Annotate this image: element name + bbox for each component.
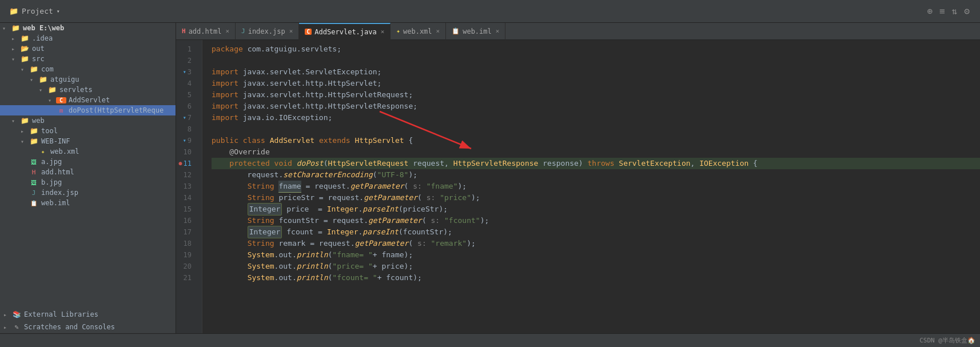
folder-icon: 📁 (10, 24, 21, 32)
sidebar-bottom: 📚 External Libraries ✎ Scratches and Con… (0, 308, 176, 333)
java-file-icon: C (56, 97, 66, 103)
jsp-icon: J (29, 189, 39, 197)
sidebar-item-addhtml[interactable]: H add.html (0, 167, 176, 177)
arrow-icon (30, 77, 38, 83)
sidebar-item-webxml-inner[interactable]: ✦ web.xml (0, 146, 176, 157)
tab-index-jsp[interactable]: J index.jsp × (236, 23, 299, 40)
folder-icon: 📁 (9, 7, 18, 15)
code-line-15: Integer price = Integer.parseInt(priceSt… (212, 204, 980, 215)
ln-11: ●11 (176, 158, 196, 169)
ln-4: 4 (176, 78, 196, 89)
code-line-14: String priceStr = request.getParameter( … (212, 192, 980, 204)
tab-addservlet-java[interactable]: C AddServlet.java × (299, 23, 391, 40)
code-editor[interactable]: 1 2 ▾3 4 5 6 ▾7 8 ▾9 10 (176, 40, 980, 333)
code-line-8 (212, 123, 980, 135)
code-line-21: System.out.println("fcount= "+ fcount); (212, 272, 980, 284)
sidebar-item-scratches[interactable]: ✎ Scratches and Consoles (0, 321, 176, 333)
img-icon: 🖼 (29, 180, 39, 186)
sort-icon[interactable]: ⇅ (952, 6, 958, 17)
sidebar-label-atguigu: atguigu (50, 75, 79, 83)
sidebar-item-ajpg[interactable]: 🖼 a.jpg (0, 157, 176, 167)
sidebar-item-web[interactable]: 📁 web E:\web (0, 23, 176, 33)
sidebar-label-bjpg: b.jpg (41, 178, 62, 186)
code-line-13: String fname = request.getParameter( s: … (212, 181, 980, 192)
sidebar-item-webinf[interactable]: 📁 WEB-INF (0, 136, 176, 146)
folder-icon: 📁 (19, 55, 30, 63)
sidebar-label-webiml: web.iml (41, 199, 70, 207)
sidebar-item-idea[interactable]: 📁 .idea (0, 33, 176, 43)
sidebar-item-atguigu[interactable]: 📁 atguigu (0, 74, 176, 85)
ln-12: 12 (176, 169, 196, 181)
tab-web-iml[interactable]: 📋 web.iml × (446, 23, 505, 40)
sidebar-item-addservlet[interactable]: C AddServlet (0, 95, 176, 105)
sidebar-label-external-libs: External Libraries (24, 310, 98, 318)
tab-close-web-xml[interactable]: × (436, 27, 440, 35)
sidebar-label-src: src (32, 55, 45, 63)
fold-icon-7[interactable]: ▾ (183, 112, 186, 123)
sidebar-item-com[interactable]: 📁 com (0, 64, 176, 74)
code-line-7: import java.io.IOException; (212, 112, 980, 123)
sidebar-item-bjpg[interactable]: 🖼 b.jpg (0, 177, 176, 188)
ln-3: ▾3 (176, 66, 196, 78)
code-line-20: System.out.println("price= "+ price); (212, 261, 980, 272)
sidebar-item-external-libs[interactable]: 📚 External Libraries (0, 308, 176, 321)
tab-label-web-xml: web.xml (403, 27, 432, 35)
ln-15: 15 (176, 204, 196, 215)
method-icon: m (56, 107, 66, 114)
sidebar-label-out: out (32, 45, 45, 53)
arrow-icon (11, 35, 19, 42)
folder-icon: 📁 (47, 86, 57, 94)
ln-8: 8 (176, 123, 196, 135)
sidebar-item-dopost[interactable]: m doPost(HttpServletReque (0, 105, 176, 115)
code-line-19: System.out.println("fname= "+ fname); (212, 249, 980, 261)
fold-icon-3[interactable]: ▾ (183, 66, 186, 78)
ln-18: 18 (176, 238, 196, 249)
code-line-4: import javax.servlet.http.HttpServlet; (212, 78, 980, 89)
tab-close-addservlet[interactable]: × (381, 28, 385, 35)
arrow-icon (48, 97, 56, 103)
code-line-18: String remark = request.getParameter( s:… (212, 238, 980, 249)
code-lines: 1 2 ▾3 4 5 6 ▾7 8 ▾9 10 (176, 40, 980, 333)
sidebar-item-webfolder[interactable]: 📁 web (0, 115, 176, 126)
sidebar-label-webfolder: web (32, 117, 45, 125)
img-icon: 🖼 (29, 159, 39, 165)
tab-close-add-html[interactable]: × (225, 27, 229, 35)
sidebar: 📁 web E:\web 📁 .idea 📂 out 📁 src 📁 com (0, 23, 176, 333)
arrow-icon (2, 25, 10, 31)
sidebar-item-src[interactable]: 📁 src (0, 54, 176, 64)
project-label[interactable]: 📁 Project ▾ (5, 7, 65, 15)
fold-icon-9[interactable]: ▾ (183, 135, 186, 146)
arrow-icon (39, 87, 47, 93)
main-layout: 📁 web E:\web 📁 .idea 📂 out 📁 src 📁 com (0, 23, 980, 333)
ln-10: 10 (176, 146, 196, 158)
arrow-icon (11, 46, 19, 52)
line-numbers: 1 2 ▾3 4 5 6 ▾7 8 ▾9 10 (176, 40, 202, 333)
sidebar-label-dopost: doPost(HttpServletReque (69, 106, 164, 114)
sidebar-item-out[interactable]: 📂 out (0, 43, 176, 54)
tab-add-html[interactable]: H add.html × (176, 23, 236, 40)
html-icon: H (29, 169, 39, 176)
project-title: Project (22, 7, 53, 15)
folder-icon: 📁 (29, 127, 39, 135)
arrow-icon (21, 138, 29, 145)
sidebar-item-servlets[interactable]: 📁 servlets (0, 85, 176, 95)
tab-close-index-jsp[interactable]: × (289, 27, 293, 35)
sidebar-item-tool[interactable]: 📁 tool (0, 126, 176, 136)
list-icon[interactable]: ≡ (939, 6, 945, 17)
sidebar-label-addhtml: add.html (41, 168, 74, 176)
ln-17: 17 (176, 226, 196, 238)
code-line-3: import javax.servlet.ServletException; (212, 66, 980, 78)
add-icon[interactable]: ⊕ (927, 6, 933, 17)
tab-close-web-iml[interactable]: × (496, 27, 500, 35)
xml-icon: ✦ (38, 148, 48, 155)
sidebar-label-indexjsp: index.jsp (41, 189, 78, 197)
folder-icon-brown: 📂 (19, 45, 30, 53)
ln-2: 2 (176, 55, 196, 66)
tab-web-xml[interactable]: ✦ web.xml × (391, 23, 446, 40)
sidebar-item-webiml[interactable]: 📋 web.iml (0, 198, 176, 208)
sidebar-label-tool: tool (41, 127, 58, 135)
settings-icon[interactable]: ⚙ (964, 6, 970, 17)
arrow-icon (11, 118, 19, 124)
code-line-10: @Override (212, 146, 980, 158)
sidebar-item-indexjsp[interactable]: J index.jsp (0, 188, 176, 198)
